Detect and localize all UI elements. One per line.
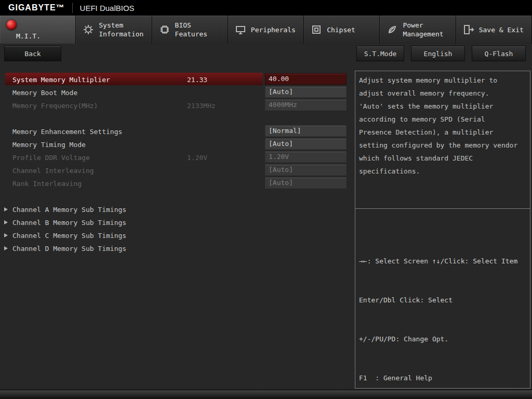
- setting-label: Memory Boot Mode: [12, 88, 77, 96]
- tab-label: M.I.T.: [16, 32, 41, 40]
- setting-row-channel-interleaving: Channel Interleaving [Auto]: [0, 164, 351, 177]
- tab-label: Peripherals: [251, 25, 296, 34]
- toolbar: Back S.T.Mode English Q-Flash: [0, 44, 532, 68]
- setting-label: Profile DDR Voltage: [12, 153, 90, 161]
- submenu-label: Channel B Memory Sub Timings: [12, 218, 126, 226]
- tab-peripherals[interactable]: Peripherals: [228, 16, 304, 44]
- row-spacer: [0, 112, 351, 125]
- st-mode-button[interactable]: S.T.Mode: [356, 46, 404, 61]
- tab-label: Save & Exit: [479, 25, 524, 34]
- submenu-label: Channel C Memory Sub Timings: [12, 231, 126, 239]
- tab-bios-features[interactable]: BIOS Features: [152, 16, 228, 44]
- uefi-bios-screen: GIGABYTE™ UEFI DualBIOS M.I.T. System In…: [0, 0, 532, 399]
- divider: [72, 3, 73, 13]
- tab-label: BIOS Features: [175, 21, 225, 38]
- setting-value-box[interactable]: [Auto]: [265, 138, 347, 150]
- settings-list: System Memory Multiplier 21.33 40.00 Mem…: [0, 73, 351, 255]
- setting-row-memory-frequency: Memory Frequency(MHz) 2133MHz 4000MHz: [0, 99, 351, 112]
- submenu-channel-a-sub-timings[interactable]: Channel A Memory Sub Timings: [0, 203, 351, 216]
- tab-label: System Information: [99, 21, 149, 38]
- setting-row-rank-interleaving: Rank Interleaving [Auto]: [0, 177, 351, 190]
- setting-value-box: [Auto]: [265, 164, 347, 176]
- tab-power-management[interactable]: Power Management: [380, 16, 456, 44]
- tab-label: Power Management: [403, 21, 453, 38]
- exit-door-icon: [462, 23, 475, 36]
- submenu-arrow-icon: [4, 207, 8, 211]
- key-legend-line: F1 : General Help: [359, 371, 529, 384]
- setting-label: Channel Interleaving: [12, 166, 94, 174]
- setting-row-memory-timing-mode[interactable]: Memory Timing Mode [Auto]: [0, 138, 351, 151]
- submenu-channel-c-sub-timings[interactable]: Channel C Memory Sub Timings: [0, 229, 351, 242]
- power-leaf-icon: [386, 23, 398, 36]
- q-flash-button[interactable]: Q-Flash: [472, 46, 526, 61]
- setting-value-box: 1.20V: [265, 151, 347, 163]
- tab-mit[interactable]: M.I.T.: [0, 16, 76, 44]
- back-button[interactable]: Back: [4, 46, 61, 61]
- setting-row-memory-boot-mode[interactable]: Memory Boot Mode [Auto]: [0, 86, 351, 99]
- page-title: UEFI DualBIOS: [80, 4, 135, 12]
- setting-label: System Memory Multiplier: [12, 75, 110, 83]
- setting-current-value: 21.33: [187, 75, 207, 83]
- setting-label: Memory Frequency(MHz): [12, 101, 98, 109]
- help-panel: Adjust system memory multiplier to adjus…: [355, 71, 530, 389]
- mit-logo-icon: [6, 20, 17, 30]
- key-legend-line: +/-/PU/PD: Change Opt.: [359, 332, 529, 345]
- key-legend: →←: Select Screen ↑↓/Click: Select Item …: [359, 229, 529, 399]
- setting-label: Memory Enhancement Settings: [12, 127, 122, 135]
- setting-label: Memory Timing Mode: [12, 140, 86, 148]
- setting-current-value: 1.20V: [187, 153, 207, 161]
- gear-icon: [82, 23, 95, 36]
- setting-value-box: 4000MHz: [265, 99, 347, 111]
- submenu-channel-d-sub-timings[interactable]: Channel D Memory Sub Timings: [0, 242, 351, 255]
- tab-label: Chipset: [327, 25, 355, 34]
- setting-value-box[interactable]: [Auto]: [265, 86, 347, 98]
- bios-chip-icon: [158, 23, 171, 36]
- submenu-channel-b-sub-timings[interactable]: Channel B Memory Sub Timings: [0, 216, 351, 229]
- submenu-label: Channel D Memory Sub Timings: [12, 244, 126, 252]
- key-legend-line: Enter/Dbl Click: Select: [359, 294, 529, 307]
- setting-row-memory-enhancement-settings[interactable]: Memory Enhancement Settings [Normal]: [0, 125, 351, 138]
- submenu-arrow-icon: [4, 220, 8, 224]
- tab-system-information[interactable]: System Information: [76, 16, 152, 44]
- submenu-arrow-icon: [4, 246, 8, 250]
- tab-chipset[interactable]: Chipset: [304, 16, 380, 44]
- setting-current-value: 2133MHz: [187, 101, 216, 109]
- setting-row-system-memory-multiplier[interactable]: System Memory Multiplier 21.33 40.00: [0, 73, 351, 86]
- setting-row-profile-ddr-voltage: Profile DDR Voltage 1.20V 1.20V: [0, 151, 351, 164]
- language-button[interactable]: English: [411, 46, 465, 61]
- help-description: Adjust system memory multiplier to adjus…: [359, 74, 529, 178]
- gigabyte-logo: GIGABYTE™: [0, 3, 65, 12]
- submenu-arrow-icon: [4, 233, 8, 237]
- submenu-label: Channel A Memory Sub Timings: [12, 205, 126, 213]
- tab-save-exit[interactable]: Save & Exit: [456, 16, 532, 44]
- help-panel-divider: [355, 208, 530, 209]
- setting-value-box[interactable]: 40.00: [265, 73, 347, 85]
- key-legend-line: →←: Select Screen ↑↓/Click: Select Item: [359, 255, 529, 268]
- setting-label: Rank Interleaving: [12, 179, 82, 187]
- setting-value-box[interactable]: [Normal]: [265, 125, 347, 137]
- chipset-icon: [310, 23, 323, 36]
- footer-bar: [0, 390, 532, 399]
- top-bar: GIGABYTE™ UEFI DualBIOS: [0, 0, 532, 16]
- row-spacer: [0, 190, 351, 203]
- tab-bar: M.I.T. System Information BIOS Features …: [0, 16, 532, 44]
- peripherals-icon: [234, 23, 247, 36]
- toolbar-right-buttons: S.T.Mode English Q-Flash: [356, 46, 526, 61]
- setting-value-box: [Auto]: [265, 177, 347, 189]
